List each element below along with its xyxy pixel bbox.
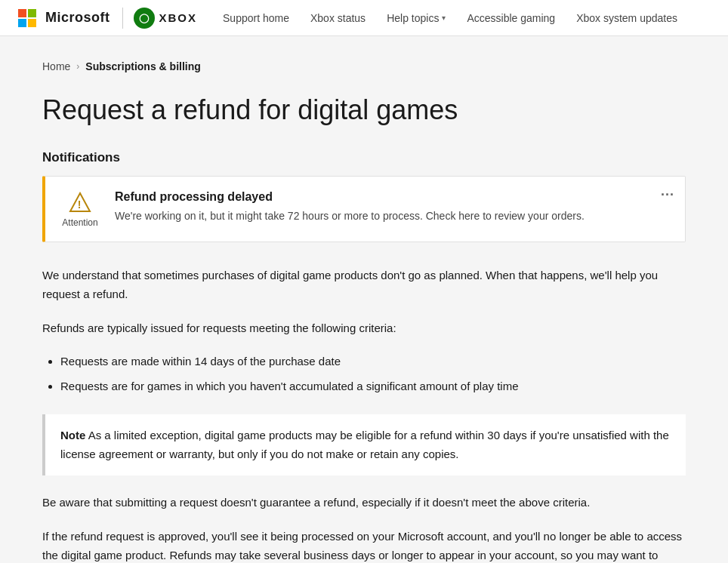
nav-link-support-home[interactable]: Support home xyxy=(212,0,300,36)
xbox-label: XBOX xyxy=(159,11,198,24)
microsoft-logo xyxy=(18,9,36,27)
nav-item-system-updates[interactable]: Xbox system updates xyxy=(566,0,688,36)
content-wrapper: Home › Subscriptions & billing Request a… xyxy=(24,36,704,563)
notification-card: ! Attention Refund processing delayed We… xyxy=(42,176,686,242)
attention-label: Attention xyxy=(62,217,97,228)
criteria-list: Requests are made within 14 days of the … xyxy=(60,352,686,396)
note-bold: Note xyxy=(60,429,85,441)
warning-triangle-icon: ! xyxy=(68,190,92,214)
nav-item-help-topics[interactable]: Help topics ▾ xyxy=(376,0,456,36)
microsoft-label: Microsoft xyxy=(45,10,110,26)
nav-link-help-topics[interactable]: Help topics ▾ xyxy=(376,0,456,36)
xbox-brand: ◯ XBOX xyxy=(134,8,198,29)
nav-divider xyxy=(122,8,123,29)
more-options-icon[interactable]: ··· xyxy=(661,187,674,203)
note-text: Note As a limited exception, digital gam… xyxy=(60,426,671,464)
notification-title: Refund processing delayed xyxy=(115,190,673,204)
nav-item-support-home[interactable]: Support home xyxy=(212,0,300,36)
breadcrumb-home[interactable]: Home xyxy=(42,60,70,72)
page-title: Request a refund for digital games xyxy=(42,94,686,126)
breadcrumb: Home › Subscriptions & billing xyxy=(42,60,686,72)
svg-text:!: ! xyxy=(78,198,82,211)
notification-text: We're working on it, but it might take 7… xyxy=(115,208,673,224)
nav-link-system-updates[interactable]: Xbox system updates xyxy=(566,0,688,36)
brand-area: Microsoft xyxy=(18,9,110,27)
notification-body: Refund processing delayed We're working … xyxy=(115,190,673,224)
nav-link-accessible-gaming[interactable]: Accessible gaming xyxy=(456,0,566,36)
notification-icon-area: ! Attention xyxy=(57,190,103,228)
body-paragraph-1: We understand that sometimes purchases o… xyxy=(42,266,686,304)
nav-item-xbox-status[interactable]: Xbox status xyxy=(300,0,376,36)
criteria-item-2: Requests are for games in which you have… xyxy=(60,377,686,396)
chevron-down-icon: ▾ xyxy=(442,14,446,22)
breadcrumb-current: Subscriptions & billing xyxy=(85,60,200,72)
footer-paragraph-2: If the refund request is approved, you'l… xyxy=(42,528,686,563)
nav-item-accessible-gaming[interactable]: Accessible gaming xyxy=(456,0,566,36)
xbox-icon: ◯ xyxy=(134,8,155,29)
nav-link-xbox-status[interactable]: Xbox status xyxy=(300,0,376,36)
body-paragraph-2: Refunds are typically issued for request… xyxy=(42,319,686,338)
notifications-heading: Notifications xyxy=(42,150,686,165)
breadcrumb-separator: › xyxy=(76,61,79,72)
footer-paragraph-1: Be aware that submitting a request doesn… xyxy=(42,494,686,512)
note-body: As a limited exception, digital game pro… xyxy=(60,429,669,460)
nav-links: Support home Xbox status Help topics ▾ A… xyxy=(212,0,688,36)
navbar: Microsoft ◯ XBOX Support home Xbox statu… xyxy=(0,0,728,36)
criteria-item-1: Requests are made within 14 days of the … xyxy=(60,352,686,371)
note-block: Note As a limited exception, digital gam… xyxy=(42,414,686,476)
